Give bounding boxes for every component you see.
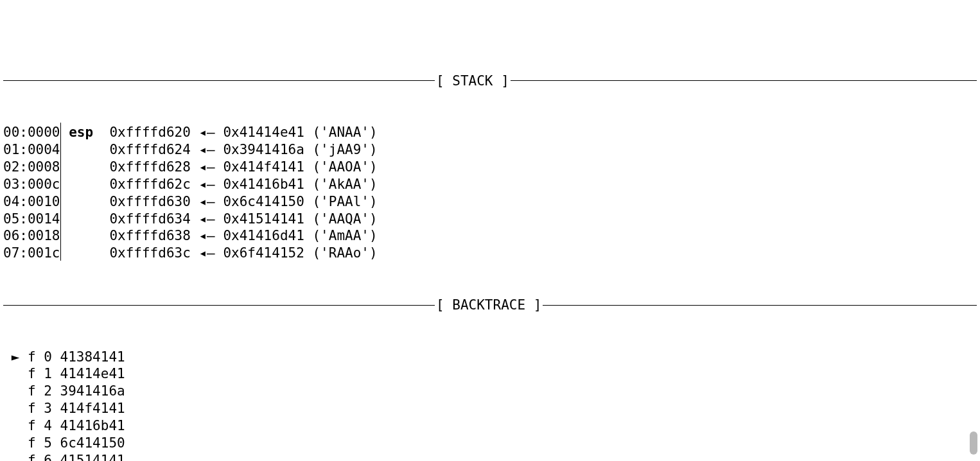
stack-value: 0x41514141 [223, 211, 304, 228]
stack-row: 01:0004 0xffffd624 ◂— 0x3941416a ('jAA9'… [3, 141, 977, 159]
stack-ascii: ('jAA9') [304, 141, 378, 159]
stack-offset: 00:0000 [3, 124, 60, 141]
stack-value: 0x41416b41 [223, 176, 304, 193]
stack-address: 0xffffd634 [109, 211, 190, 228]
stack-row: 03:000c 0xffffd62c ◂— 0x41416b41 ('AkAA'… [3, 176, 977, 193]
frame-label: f 3 [28, 401, 52, 416]
stack-value: 0x3941416a [223, 141, 304, 159]
stack-offset: 04:0010 [3, 193, 60, 211]
divider-line-right [543, 305, 977, 306]
stack-register [61, 211, 110, 228]
frame-address: 6c414150 [60, 435, 125, 451]
stack-register [61, 245, 110, 262]
stack-address: 0xffffd638 [109, 227, 190, 245]
stack-address: 0xffffd63c [109, 245, 190, 262]
triangle-right-icon: ► [3, 349, 28, 365]
stack-row: 07:001c 0xffffd63c ◂— 0x6f414152 ('RAAo'… [3, 245, 977, 262]
frame-label: f 6 [28, 453, 52, 461]
stack-register [61, 176, 110, 193]
stack-offset: 05:0014 [3, 211, 60, 228]
stack-register: esp [61, 124, 110, 141]
backtrace-row: f 1 41414e41 [3, 365, 977, 383]
frame-label: f 4 [28, 418, 52, 433]
stack-section-header: [ STACK ] [3, 73, 977, 90]
stack-ascii: ('AAQA') [304, 211, 378, 228]
stack-row: 00:0000 esp 0xffffd620 ◂— 0x41414e41 ('A… [3, 124, 977, 141]
backtrace-row: f 6 41514141 [3, 452, 977, 461]
scrollbar-thumb[interactable] [970, 431, 977, 455]
frame-address: 41416b41 [60, 418, 125, 433]
frame-address: 3941416a [60, 383, 125, 399]
stack-ascii: ('ANAA') [304, 124, 378, 141]
stack-address: 0xffffd62c [109, 176, 190, 193]
frame-address: 414f4141 [60, 401, 125, 416]
stack-offset: 03:000c [3, 176, 60, 193]
stack-ascii: ('AAOA') [304, 159, 378, 176]
stack-offset: 01:0004 [3, 141, 60, 159]
backtrace-list: ► f 0 41384141 f 1 41414e41 f 2 3941416a… [3, 349, 977, 462]
frame-address: 41384141 [60, 349, 125, 365]
arrow-left-icon: ◂— [191, 124, 223, 141]
arrow-left-icon: ◂— [191, 193, 223, 211]
stack-section-label: [ STACK ] [435, 73, 511, 90]
stack-row: 04:0010 0xffffd630 ◂— 0x6c414150 ('PAAl'… [3, 193, 977, 211]
stack-offset: 06:0018 [3, 227, 60, 245]
stack-value: 0x414f4141 [223, 159, 304, 176]
stack-ascii: ('AmAA') [304, 227, 378, 245]
stack-ascii: ('RAAo') [304, 245, 378, 262]
arrow-left-icon: ◂— [191, 141, 223, 159]
stack-offset: 07:001c [3, 245, 60, 262]
stack-ascii: ('PAAl') [304, 193, 378, 211]
stack-ascii: ('AkAA') [304, 176, 378, 193]
stack-address: 0xffffd628 [109, 159, 190, 176]
stack-row: 05:0014 0xffffd634 ◂— 0x41514141 ('AAQA'… [3, 211, 977, 228]
stack-row: 06:0018 0xffffd638 ◂— 0x41416d41 ('AmAA'… [3, 227, 977, 245]
scrollbar[interactable] [970, 0, 977, 461]
frame-label: f 5 [28, 435, 52, 451]
backtrace-indent [3, 366, 28, 381]
backtrace-row: f 2 3941416a [3, 383, 977, 400]
backtrace-row: f 3 414f4141 [3, 400, 977, 417]
stack-offset: 02:0008 [3, 159, 60, 176]
backtrace-row: ► f 0 41384141 [3, 349, 977, 366]
stack-register [61, 141, 110, 159]
divider-line-left [3, 305, 435, 306]
frame-label: f 2 [28, 383, 52, 399]
backtrace-section-label: [ BACKTRACE ] [435, 297, 543, 314]
divider-line-left [3, 80, 435, 81]
backtrace-indent [3, 383, 28, 399]
frame-address: 41514141 [60, 453, 125, 461]
stack-register [61, 227, 110, 245]
stack-register [61, 193, 110, 211]
arrow-left-icon: ◂— [191, 211, 223, 228]
stack-value: 0x6c414150 [223, 193, 304, 211]
backtrace-row: f 4 41416b41 [3, 417, 977, 435]
stack-address: 0xffffd620 [109, 124, 190, 141]
stack-address: 0xffffd630 [109, 193, 190, 211]
stack-value: 0x6f414152 [223, 245, 304, 262]
frame-label: f 1 [28, 366, 52, 381]
backtrace-indent [3, 418, 28, 433]
backtrace-indent [3, 453, 28, 461]
arrow-left-icon: ◂— [191, 176, 223, 193]
backtrace-indent [3, 401, 28, 416]
stack-register [61, 159, 110, 176]
stack-dump: 00:0000 esp 0xffffd620 ◂— 0x41414e41 ('A… [3, 124, 977, 262]
arrow-left-icon: ◂— [191, 159, 223, 176]
frame-label: f 0 [28, 349, 52, 365]
frame-address: 41414e41 [60, 366, 125, 381]
backtrace-section-header: [ BACKTRACE ] [3, 297, 977, 314]
stack-value: 0x41416d41 [223, 227, 304, 245]
divider-line-right [511, 80, 977, 81]
backtrace-indent [3, 435, 28, 451]
stack-row: 02:0008 0xffffd628 ◂— 0x414f4141 ('AAOA'… [3, 159, 977, 176]
arrow-left-icon: ◂— [191, 227, 223, 245]
stack-value: 0x41414e41 [223, 124, 304, 141]
arrow-left-icon: ◂— [191, 245, 223, 262]
backtrace-row: f 5 6c414150 [3, 435, 977, 452]
stack-address: 0xffffd624 [109, 141, 190, 159]
